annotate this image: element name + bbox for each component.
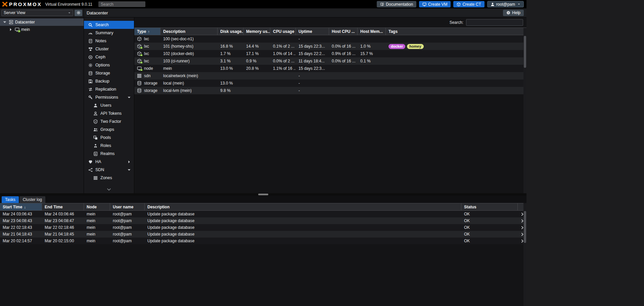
column-header-user-name[interactable]: User name xyxy=(110,203,145,210)
menu-item-groups[interactable]: Groups xyxy=(84,125,134,134)
version-label: Virtual Environment 9.0.11 xyxy=(45,2,92,7)
column-header-cpu-usage[interactable]: CPU usage xyxy=(270,28,296,35)
disk-cell: 3.1 % xyxy=(218,59,243,63)
column-header-description[interactable]: Description xyxy=(145,203,461,210)
table-row[interactable]: lxc100 (sec-doc-n1)- xyxy=(134,35,526,43)
host-cpu-cell: 0.9% of 16 ... xyxy=(329,51,358,56)
menu-item-zones[interactable]: Zones xyxy=(84,174,134,182)
column-header-description[interactable]: Description xyxy=(160,28,218,35)
menu-item-storage[interactable]: Storage xyxy=(84,69,134,77)
user-menu-button[interactable]: root@pam xyxy=(487,1,524,7)
realms-icon xyxy=(93,152,98,156)
vertical-scrollbar[interactable] xyxy=(523,28,526,193)
task-row[interactable]: Mar 21 04:18:43Mar 21 04:18:45meinroot@p… xyxy=(0,231,526,238)
scrollbar-handle[interactable] xyxy=(524,36,526,68)
view-selector[interactable]: Server View xyxy=(1,10,73,16)
menu-item-roles[interactable]: Roles xyxy=(84,142,134,150)
table-row[interactable]: storagelocal (mein)13.0 %- xyxy=(134,80,526,87)
tab-cluster-log[interactable]: Cluster log xyxy=(19,196,45,203)
splitter-grip[interactable] xyxy=(258,194,268,195)
menu-item-two-factor[interactable]: Two Factor xyxy=(84,117,134,125)
lxc-icon xyxy=(137,51,142,56)
menu-item-replication[interactable]: Replication xyxy=(84,85,134,93)
user-cell: root@pam xyxy=(110,239,145,243)
column-header-status[interactable]: Status xyxy=(461,203,518,210)
documentation-label: Documentation xyxy=(386,2,413,7)
disk-cell: 13.0 % xyxy=(218,66,243,71)
storage-icon xyxy=(137,88,142,93)
global-search-input[interactable] xyxy=(98,1,145,7)
menu-item-search[interactable]: Search xyxy=(84,21,134,29)
column-header-label: Tags xyxy=(388,29,398,34)
menu-item-cluster[interactable]: Cluster xyxy=(84,45,134,53)
table-row[interactable]: lxc102 (docker-deb)1.7 %17.1 %1.0% of 14… xyxy=(134,50,526,57)
cpu-cell: 1.0% of 14 ... xyxy=(270,51,296,56)
memory-cell: 14.4 % xyxy=(243,44,270,49)
column-header-label: Description xyxy=(163,29,185,34)
column-header-node[interactable]: Node xyxy=(84,203,110,210)
cpu-cell: 0.1% of 2 ... xyxy=(270,44,296,49)
menu-item-api-tokens[interactable]: API Tokens xyxy=(84,109,134,117)
sdn-icon xyxy=(137,73,142,78)
task-row[interactable]: Mar 20 02:14:57Mar 20 02:15:00meinroot@p… xyxy=(0,238,526,244)
view-settings-button[interactable] xyxy=(75,10,82,16)
column-header-tags[interactable]: Tags xyxy=(386,28,526,35)
menu-item-label: Search xyxy=(95,22,109,27)
table-row[interactable]: lxc103 (ci-runner)3.1 %0.9 %0.0% of 2 ..… xyxy=(134,57,526,65)
table-row[interactable]: sdnlocalnetwork (mein)- xyxy=(134,72,526,80)
help-button[interactable]: ? Help xyxy=(503,10,524,16)
menu-item-pools[interactable]: Pools xyxy=(84,134,134,142)
twisty-right-icon xyxy=(8,27,13,32)
create-ct-button[interactable]: Create CT xyxy=(453,1,484,7)
tab-tasks[interactable]: Tasks xyxy=(2,196,19,203)
column-header-host-cpu[interactable]: Host CPU ... xyxy=(329,28,358,35)
node-cell: mein xyxy=(84,225,110,230)
table-row[interactable]: storagelocal-lvm (mein)9.8 %- xyxy=(134,87,526,94)
column-header-memory-us[interactable]: Memory us... xyxy=(243,28,270,35)
menu-item-ha[interactable]: HA xyxy=(84,158,134,166)
column-header-disk-usage[interactable]: Disk usage... xyxy=(218,28,243,35)
lxc-icon xyxy=(137,59,142,63)
menu-item-summary[interactable]: Summary xyxy=(84,29,134,37)
menu-item-realms[interactable]: Realms xyxy=(84,150,134,158)
end-time-cell: Mar 23 04:08:47 xyxy=(42,218,84,223)
task-row[interactable]: Mar 23 04:08:43Mar 23 04:08:47meinroot@p… xyxy=(0,217,526,224)
tree-item-datacenter[interactable]: Datacenter xyxy=(0,18,84,26)
uptime-cell: 15 days 22:3... xyxy=(296,44,329,49)
menu-item-sdn[interactable]: SDN xyxy=(84,166,134,174)
summary-icon xyxy=(88,31,93,35)
menu-item-ceph[interactable]: Ceph xyxy=(84,53,134,61)
table-row[interactable]: lxc101 (homey-shs)16.8 %14.4 %0.1% of 2 … xyxy=(134,43,526,50)
tree-item-mein[interactable]: mein xyxy=(0,26,84,33)
column-header-host-mem[interactable]: Host Mem... xyxy=(358,28,386,35)
task-row[interactable]: Mar 22 02:18:43Mar 22 02:18:46meinroot@p… xyxy=(0,224,526,231)
column-header-start-time[interactable]: Start Time↓ xyxy=(0,203,42,210)
book-icon xyxy=(380,2,384,6)
menu-item-backup[interactable]: Backup xyxy=(84,77,134,85)
tag-docker: docker xyxy=(388,44,405,49)
column-header-uptime[interactable]: Uptime xyxy=(296,28,329,35)
question-icon: ? xyxy=(506,11,510,15)
table-row[interactable]: nodemein13.0 %20.8 %1.1% of 16 ...15 day… xyxy=(134,65,526,72)
table-filter-input[interactable] xyxy=(466,19,523,26)
menu-item-options[interactable]: Options xyxy=(84,61,134,69)
node-cell: mein xyxy=(84,239,110,243)
disk-cell: 1.7 % xyxy=(218,51,243,56)
cube-icon xyxy=(137,37,142,41)
create-vm-button[interactable]: Create VM xyxy=(419,1,451,7)
host-memory-cell: 15.7 % xyxy=(358,51,386,56)
menu-scroll-more[interactable] xyxy=(84,187,134,192)
menu-item-notes[interactable]: Notes xyxy=(84,37,134,45)
groups-icon xyxy=(93,128,98,132)
logo-text: PROXMOX xyxy=(9,1,42,7)
task-row[interactable]: Mar 24 03:06:43Mar 24 03:06:46meinroot@p… xyxy=(0,211,526,217)
panel-splitter[interactable] xyxy=(0,193,526,196)
vertical-scrollbar[interactable] xyxy=(523,203,526,306)
menu-item-permissions[interactable]: Permissions xyxy=(84,93,134,101)
documentation-button[interactable]: Documentation xyxy=(377,1,416,7)
menu-item-users[interactable]: Users xyxy=(84,101,134,109)
scrollbar-handle[interactable] xyxy=(524,211,526,243)
column-header-end-time[interactable]: End Time xyxy=(42,203,84,210)
column-header-type[interactable]: Type↑ xyxy=(134,28,160,35)
description-cell: 101 (homey-shs) xyxy=(160,44,218,49)
